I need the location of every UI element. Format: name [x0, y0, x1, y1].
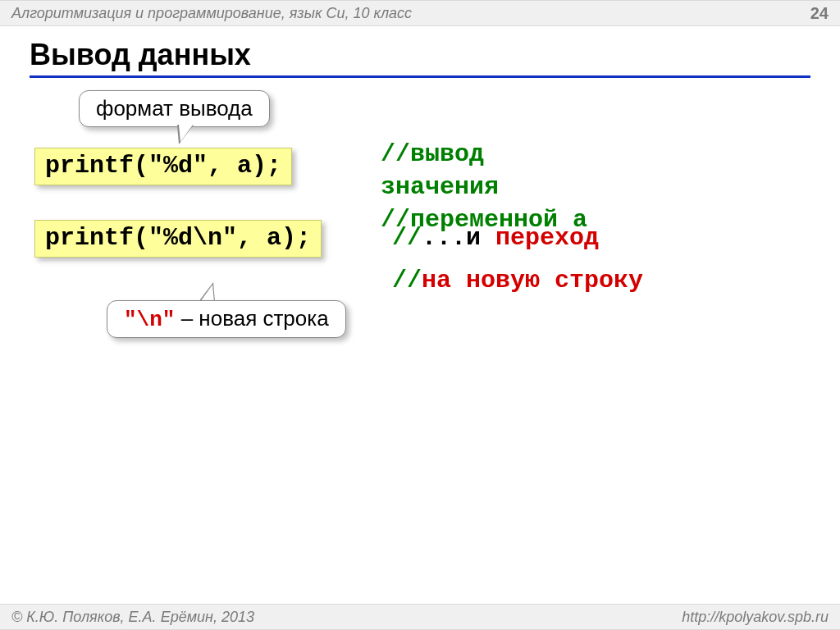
callout-n: "\n" – новая строка: [107, 300, 346, 338]
subject-label: Алгоритмизация и программирование, язык …: [11, 5, 412, 22]
slide-footer: © К.Ю. Поляков, Е.А. Ерёмин, 2013 http:/…: [0, 604, 840, 630]
code-printf-2: printf("%d\n", a);: [34, 220, 322, 258]
callout-n-text: новая строка: [199, 306, 328, 331]
comment-dots: ...и: [422, 224, 495, 252]
comment-value-l2: значения: [381, 171, 499, 203]
slide-header: Алгоритмизация и программирование, язык …: [0, 0, 840, 26]
code-printf-1: printf("%d", a);: [34, 148, 292, 185]
callout-n-dash: –: [175, 306, 199, 331]
comment-slashes: //: [392, 224, 422, 252]
callout-format-text: формат вывода: [96, 96, 253, 121]
page-number: 24: [810, 4, 829, 23]
comment-value-l1: //вывод: [381, 138, 484, 171]
comment-newline-1: //...и переход: [392, 221, 599, 254]
comment-newline-2: //на новую строку: [392, 264, 643, 297]
slide-title: Вывод данных: [30, 38, 810, 78]
comment-slashes-2: //: [392, 267, 422, 294]
copyright: © К.Ю. Поляков, Е.А. Ерёмин, 2013: [11, 609, 254, 626]
callout-n-code: "\n": [124, 308, 175, 332]
comment-newline-text: на новую строку: [422, 267, 643, 294]
callout-format: формат вывода: [79, 90, 270, 127]
comment-perehod: переход: [495, 224, 599, 252]
footer-url: http://kpolyakov.spb.ru: [682, 609, 829, 626]
